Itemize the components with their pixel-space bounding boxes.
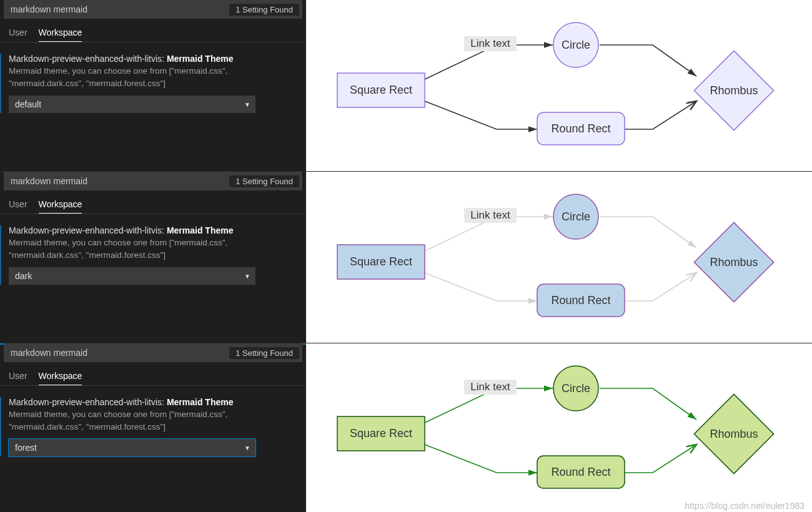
setting-select[interactable]: dark ▼ [9, 267, 255, 285]
node-rhombus-label: Rhombus [710, 256, 758, 268]
comparison-row: 1 Setting Found User Workspace Markdown-… [0, 172, 812, 343]
node-rhombus-label: Rhombus [710, 84, 758, 97]
node-square-rect-label: Square Rect [350, 255, 412, 268]
edge-circle-rhombus [600, 217, 696, 248]
settings-search-input[interactable] [4, 174, 229, 189]
node-square-rect-label: Square Rect [350, 84, 412, 96]
edge-square-round [425, 101, 537, 129]
tab-workspace[interactable]: Workspace [39, 199, 82, 214]
setting-select[interactable]: default ▼ [9, 96, 255, 113]
mermaid-diagram: Link text Square Rect Circle Round Rect … [306, 0, 812, 171]
settings-search-row: 1 Setting Found [4, 343, 302, 362]
setting-select[interactable]: forest ▼ [9, 439, 255, 456]
edge-square-round [425, 273, 537, 301]
settings-panel: 1 Setting Found User Workspace Markdown-… [0, 172, 306, 343]
setting-name: Mermaid Theme [167, 225, 234, 235]
edge-circle-rhombus [600, 45, 696, 76]
node-round-rect-label: Round Rect [551, 294, 610, 307]
setting-select-value: dark [15, 271, 32, 281]
mermaid-preview: Link text Square Rect Circle Round Rect … [306, 172, 812, 343]
edge-circle-rhombus [600, 388, 696, 420]
chevron-down-icon: ▼ [244, 444, 250, 451]
tab-user[interactable]: User [9, 27, 27, 42]
tab-workspace[interactable]: Workspace [39, 27, 82, 42]
tab-user[interactable]: User [9, 371, 27, 385]
setting-description: Mermaid theme, you can choose one from [… [9, 408, 294, 434]
settings-panel: 1 Setting Found User Workspace Markdown-… [0, 0, 306, 171]
node-circle-label: Circle [562, 39, 590, 51]
node-circle-label: Circle [562, 210, 590, 223]
edge-round-rhombus [625, 445, 696, 473]
setting-extension-name: Markdown-preview-enhanced-with-litvis: [9, 397, 164, 407]
mermaid-preview: Link text Square Rect Circle Round Rect … [306, 343, 812, 512]
settings-search-input[interactable] [4, 345, 229, 360]
tab-user[interactable]: User [9, 199, 27, 214]
comparison-row: 1 Setting Found User Workspace Markdown-… [0, 0, 812, 172]
chevron-down-icon: ▼ [244, 272, 250, 279]
edge-label-text: Link text [470, 381, 510, 393]
setting-extension-name: Markdown-preview-enhanced-with-litvis: [9, 225, 164, 235]
setting-name: Mermaid Theme [167, 397, 234, 407]
setting-extension-name: Markdown-preview-enhanced-with-litvis: [9, 54, 164, 64]
node-round-rect-label: Round Rect [551, 466, 610, 478]
edge-label-text: Link text [470, 37, 510, 49]
mermaid-diagram: Link text Square Rect Circle Round Rect … [306, 343, 812, 512]
setting-title: Markdown-preview-enhanced-with-litvis: M… [9, 54, 294, 64]
settings-scope-tabs: User Workspace [0, 194, 306, 214]
setting-description: Mermaid theme, you can choose one from [… [9, 65, 294, 91]
edge-round-rhombus [625, 101, 696, 129]
setting-item: Markdown-preview-enhanced-with-litvis: M… [0, 397, 300, 456]
setting-select-value: forest [15, 443, 37, 453]
node-rhombus: Rhombus [694, 394, 773, 473]
settings-result-badge: 1 Setting Found [229, 4, 299, 16]
setting-name: Mermaid Theme [167, 54, 234, 64]
settings-panel: 1 Setting Found User Workspace Markdown-… [0, 343, 306, 512]
settings-result-badge: 1 Setting Found [229, 175, 299, 187]
mermaid-diagram: Link text Square Rect Circle Round Rect … [306, 172, 812, 343]
node-rhombus: Rhombus [694, 222, 773, 302]
mermaid-preview: Link text Square Rect Circle Round Rect … [306, 0, 812, 171]
settings-scope-tabs: User Workspace [0, 366, 306, 386]
settings-search-row: 1 Setting Found [4, 172, 302, 190]
settings-scope-tabs: User Workspace [0, 22, 306, 42]
node-circle-label: Circle [562, 382, 590, 395]
edge-round-rhombus [625, 273, 696, 301]
node-rhombus: Rhombus [694, 51, 773, 130]
setting-item: Markdown-preview-enhanced-with-litvis: M… [0, 225, 300, 285]
tab-workspace[interactable]: Workspace [39, 371, 82, 385]
setting-select-value: default [15, 99, 41, 109]
setting-item: Markdown-preview-enhanced-with-litvis: M… [0, 54, 300, 113]
settings-search-input[interactable] [4, 2, 229, 17]
settings-search-row: 1 Setting Found [4, 0, 302, 19]
chevron-down-icon: ▼ [244, 101, 250, 107]
settings-result-badge: 1 Setting Found [229, 347, 299, 359]
comparison-row: 1 Setting Found User Workspace Markdown-… [0, 343, 812, 512]
edge-label-text: Link text [470, 209, 510, 221]
setting-title: Markdown-preview-enhanced-with-litvis: M… [9, 225, 294, 235]
node-round-rect-label: Round Rect [551, 122, 610, 135]
node-square-rect-label: Square Rect [350, 427, 412, 440]
edge-square-round [425, 445, 537, 473]
setting-title: Markdown-preview-enhanced-with-litvis: M… [9, 397, 294, 407]
node-rhombus-label: Rhombus [710, 428, 758, 440]
setting-description: Mermaid theme, you can choose one from [… [9, 237, 294, 262]
